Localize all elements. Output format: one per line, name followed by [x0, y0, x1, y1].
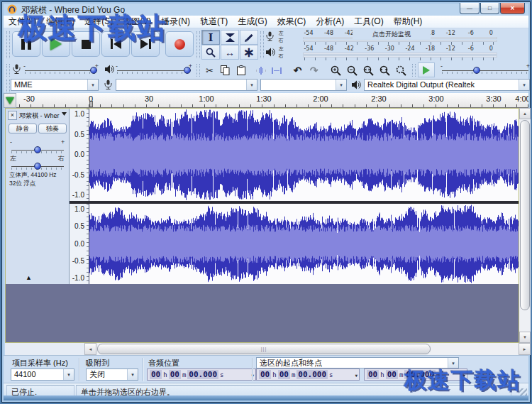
playback-meter[interactable]: 左 右 -54-48-42-36-30-24-18-12-60	[263, 45, 531, 60]
pan-slider-thumb[interactable]	[34, 163, 41, 170]
record-button[interactable]	[165, 31, 194, 57]
multi-tool-button[interactable]: ∗	[240, 45, 258, 60]
spinner-icon[interactable]: ▼	[355, 373, 358, 378]
mute-button[interactable]: 静音	[9, 124, 37, 133]
audio-position-field[interactable]: 00h00m00.000s▼	[147, 368, 256, 381]
tools-toolbar-grip[interactable]	[196, 31, 200, 58]
draw-tool-button[interactable]	[240, 30, 258, 45]
cut-icon: ✂	[206, 65, 214, 76]
pan-slider[interactable]	[11, 162, 64, 170]
device-toolbar-grip[interactable]	[6, 80, 10, 92]
fit-project-button[interactable]	[377, 63, 392, 77]
recording-device-select[interactable]: ▾	[116, 79, 257, 91]
minimize-button[interactable]: —	[460, 3, 480, 14]
chevron-down-icon: ▾	[87, 80, 98, 90]
speed-toolbar-grip[interactable]	[412, 64, 416, 77]
zoom-in-button[interactable]	[328, 63, 343, 77]
scroll-up-button[interactable]: ▲	[519, 108, 531, 119]
zoom-tool-button[interactable]	[201, 45, 220, 60]
envelope-tool-button[interactable]	[221, 30, 239, 45]
redo-button[interactable]: ↷	[306, 63, 321, 77]
paste-icon	[237, 65, 245, 75]
scroll-down-button[interactable]: ▼	[519, 332, 531, 343]
track-collapse-button[interactable]: ▲	[26, 274, 32, 281]
time-seg[interactable]: 00	[259, 370, 271, 379]
scroll-left-button[interactable]: ◄	[84, 343, 96, 355]
amplitude-label: -1.0	[72, 192, 84, 199]
transport-toolbar-grip[interactable]	[6, 31, 10, 58]
recording-channels-select[interactable]: ▾	[260, 79, 347, 91]
vertical-ruler-right-channel[interactable]: 1.00.50.0-0.5-1.0	[70, 204, 89, 284]
vertical-scrollbar-thumb[interactable]	[520, 120, 530, 310]
close-button[interactable]: ×	[500, 3, 525, 14]
track-name[interactable]: 邓紫棋 - Wher	[19, 111, 60, 121]
menu-item[interactable]: 帮助(H)	[389, 16, 428, 28]
recording-meter[interactable]: 左 右 -54-48-42-36-30-24-18-12-60点击开始监视	[263, 30, 531, 45]
recording-volume-slider[interactable]: - +	[25, 65, 97, 75]
meter-ticks	[304, 42, 494, 45]
project-rate-select[interactable]: 44100 ▾	[11, 368, 74, 381]
recording-volume-thumb[interactable]	[90, 67, 97, 74]
tracks-viewport[interactable]: × 邓紫棋 - Wher 静音 独奏 - + 左 右	[5, 108, 519, 343]
snap-to-label: 吸附到	[86, 358, 109, 368]
time-seg[interactable]: 00	[278, 370, 290, 379]
vertical-ruler-left-channel[interactable]: 1.00.50.0-0.5-1.0	[70, 109, 89, 201]
zoom-out-icon	[347, 65, 358, 76]
time-seg[interactable]: 00	[150, 370, 162, 379]
track-menu-arrow-icon[interactable]	[62, 112, 67, 116]
scroll-right-button[interactable]: ►	[519, 343, 531, 355]
time-seg[interactable]: 00.000	[297, 370, 328, 379]
undo-button[interactable]: ↶	[290, 63, 305, 77]
menu-item[interactable]: 生成(G)	[233, 16, 272, 28]
horizontal-scrollbar-thumb[interactable]: |||	[97, 344, 431, 354]
trim-audio-button[interactable]	[253, 63, 268, 77]
play-at-speed-button[interactable]	[418, 62, 435, 77]
selection-start-field[interactable]: 00h00m00.000s▼	[256, 368, 360, 381]
gain-slider-thumb[interactable]	[34, 146, 41, 153]
silence-audio-button[interactable]	[269, 63, 284, 77]
playback-speed-thumb[interactable]	[473, 67, 480, 74]
time-seg[interactable]: 00.000	[187, 370, 218, 379]
gain-slider[interactable]	[11, 146, 64, 154]
maximize-icon: □	[488, 5, 492, 11]
time-seg[interactable]: 00	[169, 370, 181, 379]
vertical-scrollbar[interactable]: ▲ ▼	[519, 108, 531, 343]
snap-to-value: 关闭	[89, 370, 105, 378]
horizontal-scrollbar[interactable]: ◄ ||| ►	[5, 343, 531, 355]
menu-item[interactable]: 工具(O)	[349, 16, 388, 28]
waveform-left-channel[interactable]	[89, 109, 519, 201]
time-seg[interactable]: 00	[386, 370, 398, 379]
mixer-toolbar-grip[interactable]	[6, 64, 10, 77]
fit-selection-button[interactable]	[361, 63, 376, 77]
meter-scale-label: 0	[489, 30, 493, 36]
edit-toolbar-grip[interactable]	[196, 64, 200, 77]
playback-volume-thumb[interactable]	[184, 67, 191, 74]
copy-button[interactable]	[218, 63, 233, 77]
track-close-button[interactable]: ×	[8, 111, 17, 120]
playback-volume-slider[interactable]: - +	[117, 65, 191, 75]
timeline-ruler[interactable]: -300301:001:302:002:303:003:304:00	[16, 93, 528, 108]
playback-device-select[interactable]: Realtek Digital Output (Realtek ▾	[364, 79, 530, 91]
solo-button[interactable]: 独奏	[38, 124, 67, 133]
monitor-hint-text[interactable]: 点击开始监视	[353, 30, 431, 39]
maximize-button[interactable]: □	[480, 3, 499, 14]
audio-host-select[interactable]: MME ▾	[11, 79, 99, 91]
selection-tool-button[interactable]: I	[201, 30, 220, 45]
zoom-toggle-button[interactable]	[394, 63, 409, 77]
timeshift-tool-button[interactable]: ↔	[221, 45, 239, 60]
time-seg[interactable]: 00	[367, 370, 379, 379]
menu-item[interactable]: 轨道(T)	[195, 16, 233, 28]
cut-button[interactable]: ✂	[202, 63, 217, 77]
track-bitdepth-info: 32位 浮点	[9, 180, 35, 188]
menu-item[interactable]: 分析(A)	[311, 16, 349, 28]
time-unit: h	[162, 371, 167, 378]
paste-button[interactable]	[233, 63, 248, 77]
waveform-right-channel[interactable]	[89, 204, 519, 284]
right-channel-label: 右	[277, 37, 284, 44]
zoom-out-button[interactable]	[345, 63, 360, 77]
timeshift-tool-icon: ↔	[225, 48, 235, 58]
timeline-pin-button[interactable]	[4, 93, 16, 108]
snap-to-select[interactable]: 关闭 ▾	[86, 368, 138, 381]
playback-speed-slider[interactable]: - +	[442, 65, 528, 75]
menu-item[interactable]: 效果(C)	[272, 16, 311, 28]
